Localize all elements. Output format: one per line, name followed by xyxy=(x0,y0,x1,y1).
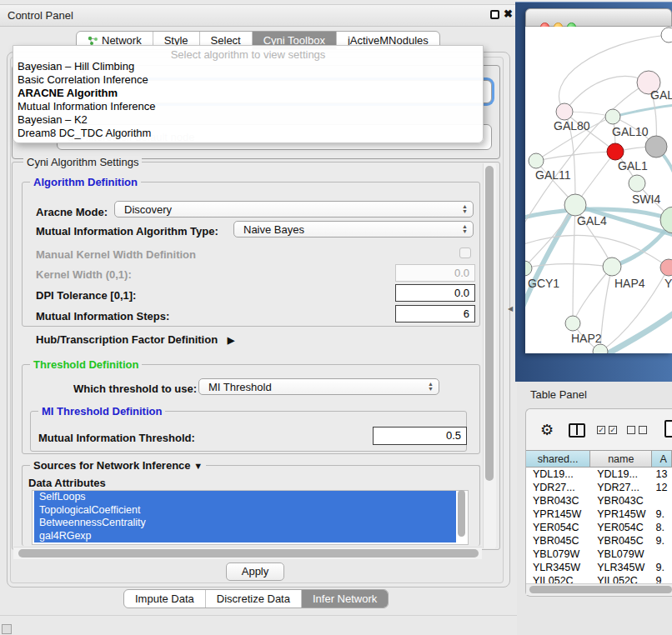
network-edge[interactable] xyxy=(605,313,672,353)
float-window-icon[interactable] xyxy=(490,10,499,19)
algorithm-item-dream8[interactable]: Dream8 DC_TDC Algorithm xyxy=(13,127,483,140)
close-panel-icon[interactable]: ✖ xyxy=(504,8,513,20)
mi-steps-label: Mutual Information Steps: xyxy=(36,310,169,322)
algorithm-popup-placeholder: Select algorithm to view settings xyxy=(13,46,483,60)
aracne-mode-label: Aracne Mode: xyxy=(36,206,108,218)
control-panel-region: Control Panel ✖ Network Style Select Cyn… xyxy=(0,0,517,635)
network-window-titlebar[interactable] xyxy=(525,8,672,27)
tab-impute-data[interactable]: Impute Data xyxy=(124,590,206,608)
attribute-item-gal4rgexp[interactable]: gal4RGexp xyxy=(34,530,456,543)
column-header-clipped[interactable]: A xyxy=(652,450,672,468)
dpi-tolerance-field[interactable]: 0.0 xyxy=(395,284,475,302)
network-node-y[interactable] xyxy=(660,259,672,276)
settings-vertical-scrollbar-thumb[interactable] xyxy=(485,166,494,481)
threshold-definition-title: Threshold Definition xyxy=(30,358,142,371)
network-node-label: GAL xyxy=(650,88,672,102)
network-edge[interactable] xyxy=(564,77,649,112)
control-panel-title: Control Panel xyxy=(8,9,73,22)
mi-type-label: Mutual Information Algorithm Type: xyxy=(36,225,218,238)
network-node-hap2[interactable] xyxy=(565,316,580,331)
hub-definition-toggle[interactable]: Hub/Transcription Factor Definition ▶ xyxy=(36,333,234,346)
algorithm-item-bayesian-k2[interactable]: Bayesian – K2 xyxy=(13,113,483,127)
which-threshold-value: MI Threshold xyxy=(208,381,272,393)
table-row[interactable]: YLR345WYLR345W9. xyxy=(526,561,672,574)
expanded-arrow-icon: ▼ xyxy=(193,461,203,471)
mi-steps-field[interactable]: 6 xyxy=(395,305,475,322)
tab-infer-network[interactable]: Infer Network xyxy=(302,590,388,608)
algorithm-item-mutual-information[interactable]: Mutual Information Inference xyxy=(13,100,483,113)
network-node[interactable] xyxy=(593,344,608,353)
network-node-label: HAP4 xyxy=(614,277,645,290)
network-node-label: GAL10 xyxy=(612,125,649,138)
network-edge[interactable] xyxy=(613,105,672,117)
kernel-width-label: Kernel Width (0,1): xyxy=(36,268,132,281)
algorithm-item-basic-correlation[interactable]: Basic Correlation Inference xyxy=(13,73,483,87)
table-row[interactable]: YDL19...YDL19...13 xyxy=(526,468,672,481)
network-node[interactable] xyxy=(661,28,672,42)
algorithm-definition-title: Algorithm Definition xyxy=(30,176,141,188)
screenshot-stage: Control Panel ✖ Network Style Select Cyn… xyxy=(0,0,672,635)
stepper-arrows-icon: ▲▼ xyxy=(462,202,468,217)
splitpane-collapse-icon[interactable]: ◀ xyxy=(508,305,513,312)
hub-definition-label: Hub/Transcription Factor Definition xyxy=(36,333,218,346)
which-threshold-label: Which threshold to use: xyxy=(73,382,197,395)
table-row[interactable]: YBR043CYBR043C xyxy=(526,494,672,508)
column-header-name[interactable]: name xyxy=(590,450,652,468)
network-node-label: GAL11 xyxy=(535,168,571,182)
stepper-arrows-icon: ▲▼ xyxy=(428,379,434,394)
network-graph[interactable]: GALGAL80GAL10GAL1GAL11SWI4GAL4GCY1HAP4YH… xyxy=(525,27,672,353)
algorithm-dropdown-popup: Select algorithm to view settings Bayesi… xyxy=(13,45,484,143)
aracne-mode-combo[interactable]: Discovery ▲▼ xyxy=(114,201,474,218)
columns-icon[interactable] xyxy=(569,423,585,438)
data-attributes-list: SelfLoops TopologicalCoefficient Between… xyxy=(32,490,469,545)
network-canvas[interactable]: GALGAL80GAL10GAL1GAL11SWI4GAL4GCY1HAP4YH… xyxy=(525,27,672,353)
attribute-item-betweennesscentrality[interactable]: BetweennessCentrality xyxy=(34,517,456,530)
table-horizontal-scrollbar-thumb[interactable] xyxy=(529,586,672,593)
network-node-hap4[interactable] xyxy=(603,258,621,276)
column-header-shared-name[interactable]: shared... xyxy=(526,450,590,468)
network-node-gal1[interactable] xyxy=(607,143,624,160)
attribute-item-selfloops[interactable]: SelfLoops xyxy=(34,491,456,504)
apply-button[interactable]: Apply xyxy=(226,562,284,581)
table-row[interactable]: YDR27...YDR27...12 xyxy=(526,481,672,494)
mi-type-combo[interactable]: Naive Bayes ▲▼ xyxy=(233,221,474,238)
data-attributes-label: Data Attributes xyxy=(28,477,106,489)
network-node-label: HAP2 xyxy=(571,332,602,345)
network-node-gcy1[interactable] xyxy=(525,261,532,276)
network-node-gal80[interactable] xyxy=(556,103,573,120)
table-row[interactable]: YBR045CYBR045C9. xyxy=(526,534,672,548)
network-node[interactable] xyxy=(645,136,667,158)
attributes-scrollbar[interactable] xyxy=(458,490,465,537)
manual-kernel-checkbox[interactable] xyxy=(459,248,471,258)
manual-kernel-label: Manual Kernel Width Definition xyxy=(36,248,196,261)
which-threshold-combo[interactable]: MI Threshold ▲▼ xyxy=(198,378,439,395)
tab-discretize-data[interactable]: Discretize Data xyxy=(206,590,302,608)
aracne-mode-value: Discovery xyxy=(124,203,172,216)
kernel-width-field[interactable]: 0.0 xyxy=(395,264,475,282)
gear-icon[interactable]: ⚙ xyxy=(540,421,554,439)
table-row[interactable]: YPR145WYPR145W9. xyxy=(526,508,672,521)
network-node-gal4[interactable] xyxy=(564,194,586,216)
stepper-arrows-icon: ▲▼ xyxy=(462,222,468,237)
resize-grip-icon[interactable] xyxy=(2,624,12,634)
attribute-item-topologicalcoefficient[interactable]: TopologicalCoefficient xyxy=(34,504,456,518)
network-node-gal11[interactable] xyxy=(529,153,544,168)
table-row[interactable]: YIL052CYIL052C9 xyxy=(526,574,672,583)
mi-threshold-field[interactable]: 0.5 xyxy=(373,427,467,445)
algorithm-item-aracne[interactable]: ARACNE Algorithm xyxy=(13,87,483,100)
algorithm-item-bayesian-hill-climbing[interactable]: Bayesian – Hill Climbing xyxy=(13,60,483,73)
deselect-all-checkboxes-icon[interactable] xyxy=(627,426,647,434)
table-row[interactable]: YBL079WYBL079W xyxy=(526,548,672,561)
dpi-tolerance-label: DPI Tolerance [0,1]: xyxy=(36,289,136,302)
settings-horizontal-scrollbar-thumb[interactable] xyxy=(18,549,479,558)
network-node-swi4[interactable] xyxy=(629,175,645,192)
select-all-checkboxes-icon[interactable]: ✓✓ xyxy=(597,426,617,434)
control-panel-titlebar xyxy=(0,4,517,27)
network-node-label: GAL1 xyxy=(618,159,648,172)
node-table: shared... name A YDL19...YDL19...13 YDR2… xyxy=(526,450,672,583)
table-row[interactable]: YER054CYER054C8. xyxy=(526,521,672,534)
network-node-label: SWI4 xyxy=(632,192,660,206)
network-node-gal10[interactable] xyxy=(605,109,620,124)
export-table-icon[interactable] xyxy=(664,420,672,438)
sources-group-title[interactable]: Sources for Network Inference ▼ xyxy=(30,459,206,472)
